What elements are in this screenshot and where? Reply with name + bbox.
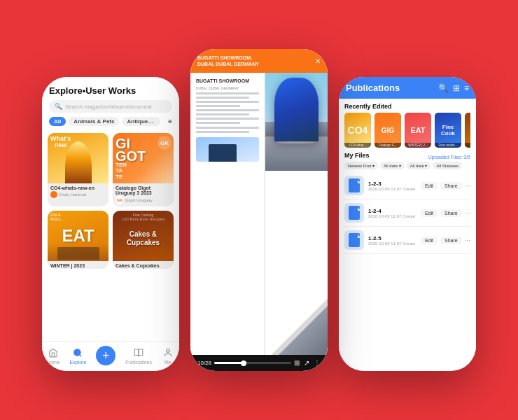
- type-label: All date ▾: [410, 163, 428, 168]
- grid-icon[interactable]: ⊞: [294, 359, 300, 367]
- progress-handle[interactable]: [241, 360, 246, 366]
- gigot-author-row: GK Gigot Uruguay: [113, 196, 174, 206]
- nav-explore[interactable]: Explore: [70, 346, 87, 365]
- search-bar[interactable]: 🔍 Search magazine/album/document: [49, 100, 172, 113]
- nav-add[interactable]: +: [96, 346, 115, 365]
- gigot-title: Catalogo Gigot Uruguay 3 2023: [113, 183, 174, 196]
- author-avatar: [50, 191, 57, 198]
- text-line-6: [196, 113, 249, 115]
- whats-new-author-row: Cindy Hanimal: [48, 191, 108, 200]
- text-line-9: [196, 127, 259, 129]
- thumb-label-cakes: C...: [465, 143, 470, 148]
- explore-icon: [71, 346, 84, 359]
- svg-point-2: [167, 349, 170, 353]
- small-photo: [196, 137, 259, 162]
- reader-page-area: BUGATTI SHOWROOM DUBAI, DUBAI, GERMANY: [190, 73, 328, 355]
- recent-thumb-co4[interactable]: CO4 CO4-what...: [344, 113, 371, 148]
- file-actions-0: Edit Share ···: [421, 182, 470, 190]
- phone-left: Explore•User Works 🔍 Search magazine/alb…: [42, 77, 179, 371]
- date-label: All date ▾: [384, 163, 401, 168]
- file-actions-2: Edit Share ···: [421, 237, 470, 244]
- cover-cakes: Fine Cooking 100 Best-Ever Recipes Cakes…: [113, 211, 174, 261]
- recent-thumb-catalog[interactable]: GIG Catalogo G...: [374, 113, 401, 148]
- page-left: BUGATTI SHOWROOM DUBAI, DUBAI, GERMANY: [190, 73, 265, 355]
- edit-btn-1[interactable]: Edit: [421, 209, 438, 217]
- share-btn-0[interactable]: Share: [440, 182, 462, 190]
- file-item-0: 1-2-3 2020-10-09 11:07 Create Edit Share…: [344, 172, 470, 200]
- more-btn-1[interactable]: ···: [465, 209, 470, 217]
- magazine-card-gigot[interactable]: GIGOT TENTATE GK Catalogo Gigot Uruguay …: [113, 133, 174, 206]
- filter-bar: Newest First ▾ All date ▾ All date ▾ All…: [344, 162, 470, 169]
- text-line-3: [196, 101, 259, 103]
- text-line-4: [196, 105, 240, 107]
- thumb-label-fine: Fine cookin...: [435, 143, 461, 148]
- page-curl: [272, 299, 328, 355]
- add-button[interactable]: +: [96, 346, 115, 365]
- magazine-card-cakes[interactable]: Fine Cooking 100 Best-Ever Recipes Cakes…: [113, 211, 174, 269]
- text-line-1: [196, 92, 259, 94]
- file-date-1: 2020-10-09 11:07 Create: [368, 214, 416, 218]
- best-recipes-label: 100 Best-Ever Recipes: [113, 217, 174, 221]
- thumb-label-catalog: Catalogo G...: [374, 143, 401, 148]
- eat-title: WINTER | 2023: [48, 261, 108, 269]
- whats-new-title: CO4-whats-new-en: [48, 183, 108, 191]
- cover-eat: ON AROLL EAT: [48, 211, 108, 261]
- filter-newest[interactable]: Newest First ▾: [344, 162, 378, 169]
- filter-type[interactable]: All date ▾: [407, 162, 431, 169]
- reader-close-icon[interactable]: ✕: [315, 57, 321, 65]
- center-content: BUGATTI SHOWROOM, DUBAI, DUBAI, GERMANY …: [190, 49, 328, 371]
- magazine-card-whats-new[interactable]: What'snew CO4-whats-new-en Cindy Hanimal: [48, 133, 108, 206]
- folder-icon[interactable]: ⊞: [453, 83, 460, 93]
- edit-btn-2[interactable]: Edit: [421, 237, 438, 244]
- reading-progress[interactable]: [214, 362, 291, 364]
- file-item-1: 1-2-4 2020-10-09 11:07 Create Edit Share…: [344, 200, 470, 227]
- publications-title: Publications: [346, 83, 400, 93]
- share-icon[interactable]: ↗: [304, 359, 309, 367]
- filter-all[interactable]: All: [49, 117, 66, 126]
- nav-publications-label: Publications: [125, 360, 152, 365]
- cover-whats-new: What'snew: [48, 133, 108, 183]
- nav-publications[interactable]: Publications: [125, 346, 152, 365]
- more-btn-0[interactable]: ···: [465, 182, 470, 190]
- more-icon[interactable]: ⋮: [314, 359, 321, 367]
- text-line-7: [196, 118, 259, 120]
- edit-btn-0[interactable]: Edit: [421, 182, 438, 190]
- search-header-icon[interactable]: 🔍: [438, 83, 449, 93]
- share-btn-1[interactable]: Share: [440, 209, 462, 217]
- nav-me[interactable]: Me: [162, 346, 174, 365]
- thumb-label-winter: WINTER | 2...: [405, 143, 431, 148]
- file-info-2: 1-2-5 2020-10-09 11:07 Create: [368, 235, 416, 246]
- filter-animals[interactable]: Animals & Pets: [69, 117, 119, 126]
- phone-right: Publications 🔍 ⊞ ≡ Recently Edited CO4 C…: [339, 77, 476, 371]
- file-icon-inner-2: [349, 233, 360, 247]
- file-name-1: 1-2-4: [368, 208, 416, 214]
- recent-thumb-winter[interactable]: EAT WINTER | 2...: [405, 113, 431, 148]
- my-files-header: My Files Uploaded Files: 0/5: [344, 152, 470, 162]
- phone-center: BUGATTI SHOWROOM, DUBAI, DUBAI, GERMANY …: [190, 49, 328, 371]
- filter-date[interactable]: All date ▾: [380, 162, 405, 169]
- nav-home[interactable]: Home: [47, 346, 60, 365]
- cover-gigot: GIGOT TENTATE GK: [113, 133, 174, 183]
- left-content: What'snew CO4-whats-new-en Cindy Hanimal…: [42, 133, 179, 328]
- menu-icon[interactable]: ≡: [464, 83, 469, 93]
- author-name: Cindy Hanimal: [59, 192, 86, 197]
- share-btn-2[interactable]: Share: [440, 237, 462, 244]
- thumb-label-co4: CO4-what...: [344, 143, 371, 148]
- svg-point-0: [74, 349, 80, 356]
- file-info-0: 1-2-3 2020-10-09 11:07 Create: [368, 181, 416, 191]
- file-info-1: 1-2-4 2020-10-09 11:07 Create: [368, 208, 416, 218]
- page-number: 10/28: [197, 360, 211, 366]
- recent-scroll: CO4 CO4-what... GIG Catalogo G... EAT WI…: [344, 113, 470, 148]
- filter-more-icon[interactable]: ≡: [168, 118, 172, 125]
- magazine-card-eat[interactable]: ON AROLL EAT WINTER | 2023: [48, 211, 108, 269]
- uploaded-count: Uploaded Files: 0/5: [428, 155, 470, 160]
- newest-label: Newest First ▾: [348, 163, 374, 168]
- more-btn-2[interactable]: ···: [465, 237, 470, 244]
- phones-container: Explore•User Works 🔍 Search magazine/alb…: [0, 0, 518, 420]
- text-line-8: [196, 122, 240, 124]
- recent-thumb-cakes[interactable]: Cakes C...: [465, 113, 470, 148]
- file-icon-inner-1: [349, 206, 360, 220]
- filter-antiques[interactable]: Antiques & Collecti: [122, 117, 160, 126]
- recent-thumb-fine[interactable]: Fine Cook Fine cookin...: [435, 113, 461, 148]
- filter-status[interactable]: All Statuses: [433, 162, 462, 169]
